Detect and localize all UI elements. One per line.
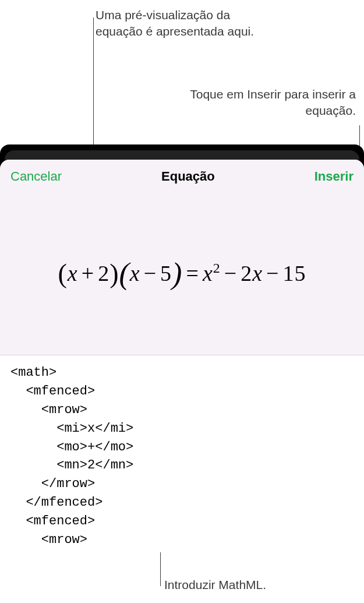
- mathml-input[interactable]: <math> <mfenced> <mrow> <mi>x</mi> <mo>+…: [0, 355, 364, 558]
- callout-insert-text: Toque em Inserir para inserir a equação.: [175, 86, 356, 119]
- cancel-button[interactable]: Cancelar: [10, 169, 62, 184]
- callout-mathml-text: Introduzir MathML.: [164, 577, 339, 593]
- sheet-title: Equação: [161, 169, 215, 184]
- equation-sheet: Cancelar Equação Inserir (x+2)(x−5)=x2−2…: [0, 160, 364, 567]
- equation-preview-area: (x+2)(x−5)=x2−2x−15: [0, 192, 364, 355]
- callout-mathml-line: [160, 552, 161, 586]
- sheet-header: Cancelar Equação Inserir: [0, 160, 364, 192]
- equation-preview: (x+2)(x−5)=x2−2x−15: [58, 256, 306, 291]
- callout-preview-text: Uma pré-visualização da equação é aprese…: [96, 7, 259, 40]
- insert-button[interactable]: Inserir: [314, 169, 354, 184]
